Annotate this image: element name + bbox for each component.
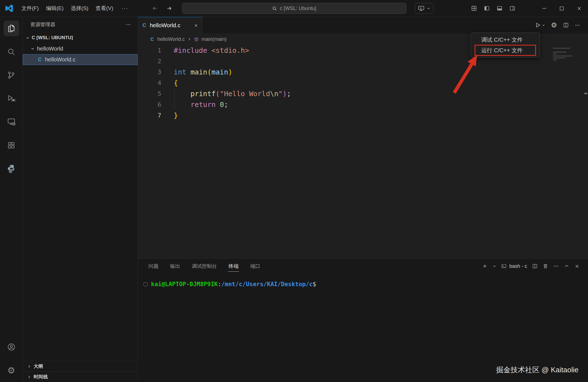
activity-settings[interactable]: ⚙ (0, 359, 23, 382)
back-icon[interactable] (152, 5, 158, 12)
menu-file[interactable]: 文件(F) (18, 0, 42, 17)
line-number[interactable]: 5 (138, 88, 161, 99)
menu-item-debug-cpp[interactable]: 调试 C/C++ 文件 (471, 34, 540, 45)
code-line[interactable]: 5 printf("Hello World\n"); (138, 88, 588, 99)
remote-explorer-icon (7, 117, 16, 126)
terminal-name[interactable]: bash - c (509, 263, 527, 269)
chevron-down-icon (31, 47, 35, 51)
chevron-down-icon (427, 7, 430, 10)
outline-label: 大纲 (34, 363, 43, 369)
menu-selection[interactable]: 选择(S) (67, 0, 92, 17)
search-icon (272, 6, 277, 11)
chevron-right-icon (27, 364, 31, 368)
maximize-icon[interactable] (553, 0, 570, 17)
breadcrumb-file[interactable]: helloWorld.c (157, 36, 185, 42)
minimap[interactable] (553, 48, 572, 61)
code-line[interactable]: 7} (138, 110, 588, 121)
remote-window-icon (418, 5, 425, 12)
panel-tab-output[interactable]: 输出 (170, 261, 181, 271)
settings-gear-icon: ⚙ (8, 366, 15, 375)
c-file-icon: C (37, 57, 42, 63)
code-line[interactable]: 4{ (138, 78, 588, 88)
activity-search[interactable] (0, 40, 23, 63)
panel-tab-ports[interactable]: 端口 (250, 261, 261, 271)
configure-gear-icon[interactable]: ⚙ (551, 22, 557, 29)
scrollbar-marker[interactable] (584, 93, 587, 94)
sidebar-title: 资源管理器 (30, 21, 55, 28)
code-text: #include <stdio.h> (161, 45, 249, 56)
forward-icon[interactable] (166, 5, 173, 12)
tab-close-icon[interactable] (194, 23, 198, 28)
outline-section[interactable]: 大纲 (23, 361, 138, 371)
command-center-search[interactable]: c [WSL: Ubuntu] (182, 3, 406, 14)
sidebar-more-icon[interactable] (126, 22, 131, 27)
activity-account[interactable] (0, 335, 23, 359)
new-terminal-icon[interactable] (482, 263, 488, 269)
close-panel-icon[interactable] (574, 264, 580, 269)
code-text: return 0; (161, 99, 228, 110)
activity-extensions[interactable] (0, 133, 23, 157)
tree-item-folder[interactable]: helloWorld (23, 43, 138, 54)
editor-region: C helloWorld.c ⚙ C (138, 17, 588, 382)
panel-header: 问题 输出 调试控制台 终端 端口 bash - c (138, 259, 588, 274)
activity-source-control[interactable] (0, 63, 23, 87)
timeline-label: 时间线 (34, 374, 48, 380)
file-label: helloWorld.c (45, 56, 76, 63)
layout-controls (471, 0, 515, 17)
titlebar: 文件(F) 编辑(E) 选择(S) 查看(V) ··· c [WSL: Ubun… (0, 0, 588, 17)
search-value: c [WSL: Ubuntu] (280, 6, 316, 11)
close-window-icon[interactable] (570, 0, 588, 17)
chevron-down-icon[interactable] (493, 264, 496, 268)
activity-explorer[interactable] (0, 17, 23, 40)
command-decoration-icon (143, 282, 148, 287)
split-editor-icon[interactable] (563, 22, 569, 28)
toggle-primary-sidebar-icon[interactable] (484, 5, 490, 11)
prompt-colon: : (218, 281, 221, 288)
explorer-sidebar: 资源管理器 C [WSL: UBUNTU] helloWorld C hello… (23, 17, 138, 382)
workspace-section-header[interactable]: C [WSL: UBUNTU] (23, 32, 138, 43)
panel-more-icon[interactable] (553, 263, 559, 269)
kill-terminal-trash-icon[interactable] (543, 263, 548, 269)
split-terminal-icon[interactable] (532, 263, 538, 269)
minimize-icon[interactable] (535, 0, 553, 17)
panel-tab-problems[interactable]: 问题 (148, 261, 159, 271)
editor-more-icon[interactable] (575, 23, 580, 28)
panel-tab-debug-console[interactable]: 调试控制台 (191, 261, 217, 271)
tab-helloworld-c[interactable]: C helloWorld.c (138, 17, 202, 34)
code-editor[interactable]: 1#include <stdio.h>23int main(main)4{5 p… (138, 45, 588, 259)
bash-terminal-icon[interactable] (501, 264, 507, 269)
line-number[interactable]: 2 (138, 56, 161, 67)
code-text: { (161, 78, 178, 88)
toggle-secondary-sidebar-icon[interactable] (509, 5, 515, 11)
maximize-panel-icon[interactable] (564, 263, 569, 269)
c-file-icon: C (142, 23, 147, 28)
code-line[interactable]: 6 return 0; (138, 99, 588, 110)
menu-view[interactable]: 查看(V) (92, 0, 117, 17)
activity-remote-explorer[interactable] (0, 110, 23, 133)
line-number[interactable]: 3 (138, 67, 161, 78)
line-number[interactable]: 1 (138, 45, 161, 56)
menu-more[interactable]: ··· (117, 5, 133, 11)
line-number[interactable]: 7 (138, 110, 161, 121)
activity-run-debug[interactable] (0, 87, 23, 110)
line-number[interactable]: 6 (138, 99, 161, 110)
chevron-right-icon (188, 38, 191, 41)
panel-tab-terminal[interactable]: 终端 (228, 261, 239, 272)
terminal-prompt-line[interactable]: kai@LAPTOP-DJM8P9IK:/mnt/c/Users/KAI/Des… (138, 274, 588, 288)
editor-actions: ⚙ (535, 17, 588, 34)
breadcrumb-symbol[interactable]: main(main) (202, 36, 227, 42)
menu-edit[interactable]: 编辑(E) (42, 0, 67, 17)
explorer-files-icon (4, 21, 19, 36)
run-button-icon[interactable] (535, 22, 545, 28)
toggle-panel-icon[interactable] (497, 5, 503, 11)
timeline-section[interactable]: 时间线 (23, 371, 138, 382)
workspace-label: C [WSL: UBUNTU] (32, 35, 73, 41)
line-number[interactable]: 4 (138, 78, 161, 88)
menu-item-run-cpp[interactable]: 运行 C/C++ 文件 (475, 45, 536, 56)
customize-layout-icon[interactable] (471, 5, 477, 11)
run-dropdown-menu: 调试 C/C++ 文件 运行 C/C++ 文件 (471, 33, 540, 58)
code-line[interactable]: 3int main(main) (138, 67, 588, 78)
tree-item-file-selected[interactable]: C helloWorld.c (23, 54, 138, 65)
remote-window-button[interactable] (415, 3, 433, 14)
activity-python[interactable] (0, 157, 23, 180)
